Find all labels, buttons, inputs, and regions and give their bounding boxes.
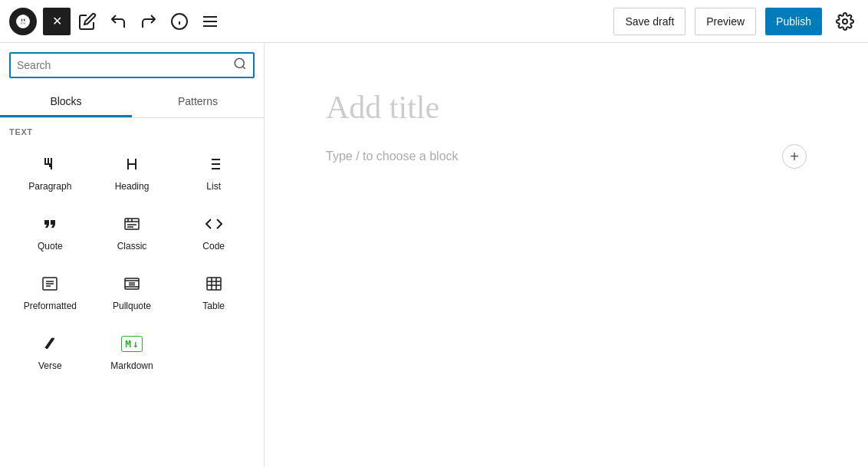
redo-button[interactable]	[135, 8, 163, 35]
block-label-pullquote: Pullquote	[113, 301, 151, 311]
search-box	[9, 52, 255, 78]
wp-logo[interactable]: W	[9, 8, 37, 35]
editor-title[interactable]: Add title	[326, 89, 807, 126]
quote-icon	[41, 213, 59, 235]
block-item-classic[interactable]: Classic	[91, 202, 173, 262]
block-item-code[interactable]: Code	[173, 202, 255, 262]
pullquote-icon	[123, 273, 141, 294]
add-block-button[interactable]: +	[782, 144, 807, 169]
block-item-verse[interactable]: Verse	[9, 322, 91, 382]
undo-button[interactable]	[104, 8, 132, 35]
block-label-quote: Quote	[38, 241, 63, 252]
svg-rect-32	[207, 278, 221, 290]
toolbar: W ✕ Save draft Prev	[0, 0, 868, 43]
save-draft-button[interactable]: Save draft	[613, 8, 686, 35]
classic-icon	[123, 213, 141, 235]
editor-body: Type / to choose a block +	[326, 144, 807, 169]
search-area	[0, 43, 264, 78]
block-label-classic: Classic	[117, 241, 147, 252]
verse-icon	[41, 333, 59, 354]
svg-point-9	[235, 58, 244, 67]
blocks-grid: Paragraph Heading	[9, 143, 255, 382]
block-label-markdown: Markdown	[110, 360, 153, 371]
main-area: Blocks Patterns TEXT Paragraph	[0, 43, 868, 467]
preformatted-icon	[41, 273, 59, 294]
block-item-quote[interactable]: Quote	[9, 202, 91, 262]
publish-button[interactable]: Publish	[765, 8, 822, 35]
code-icon	[205, 213, 223, 235]
block-item-markdown[interactable]: M ↓ Markdown	[91, 322, 173, 382]
block-item-preformatted[interactable]: Preformatted	[9, 262, 91, 322]
block-item-list[interactable]: List	[173, 143, 255, 202]
block-label-table: Table	[202, 301, 225, 311]
block-label-preformatted: Preformatted	[24, 301, 77, 311]
block-item-paragraph[interactable]: Paragraph	[9, 143, 91, 202]
block-list: TEXT Paragraph	[0, 118, 264, 467]
markdown-icon: M ↓	[121, 333, 143, 354]
paragraph-icon	[41, 153, 59, 175]
block-item-heading[interactable]: Heading	[91, 143, 173, 202]
block-item-pullquote[interactable]: Pullquote	[91, 262, 173, 322]
close-button[interactable]: ✕	[43, 8, 71, 35]
editor-prompt: Type / to choose a block	[326, 150, 459, 163]
search-input[interactable]	[17, 59, 233, 71]
block-label-verse: Verse	[38, 360, 62, 371]
block-label-list: List	[206, 181, 221, 192]
editor-area: Add title Type / to choose a block +	[265, 43, 868, 467]
tab-blocks[interactable]: Blocks	[0, 87, 132, 117]
table-icon	[205, 273, 223, 294]
svg-text:W: W	[19, 18, 27, 25]
svg-rect-27	[125, 278, 139, 289]
block-item-table[interactable]: Table	[173, 262, 255, 322]
svg-line-10	[242, 66, 245, 68]
block-label-code: Code	[202, 241, 225, 252]
list-view-button[interactable]	[196, 8, 224, 35]
edit-button[interactable]	[74, 8, 101, 35]
heading-icon	[123, 153, 141, 175]
info-button[interactable]	[166, 8, 193, 35]
sidebar: Blocks Patterns TEXT Paragraph	[0, 43, 265, 467]
list-icon	[205, 153, 223, 175]
preview-button[interactable]: Preview	[695, 8, 756, 35]
settings-button[interactable]	[831, 8, 859, 35]
tabs: Blocks Patterns	[0, 87, 264, 118]
svg-point-8	[843, 19, 847, 24]
block-label-paragraph: Paragraph	[28, 181, 71, 192]
tab-patterns[interactable]: Patterns	[132, 87, 264, 117]
search-icon[interactable]	[233, 57, 247, 74]
section-text-label: TEXT	[9, 118, 255, 143]
block-label-heading: Heading	[115, 181, 150, 192]
